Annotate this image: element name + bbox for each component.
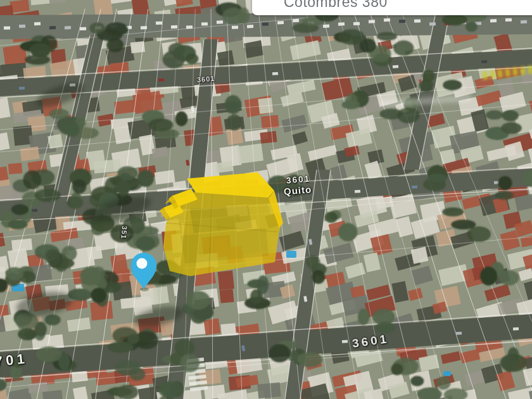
search-bar bbox=[252, 0, 532, 15]
search-input[interactable] bbox=[284, 0, 474, 11]
map-viewport[interactable]: 3601 3601 Quito 3601 701 351 bbox=[0, 0, 532, 399]
lot-label-vertical: 351 bbox=[120, 225, 129, 239]
aerial-map[interactable] bbox=[0, 0, 532, 399]
street-label-top-number: 3601 bbox=[197, 75, 215, 84]
